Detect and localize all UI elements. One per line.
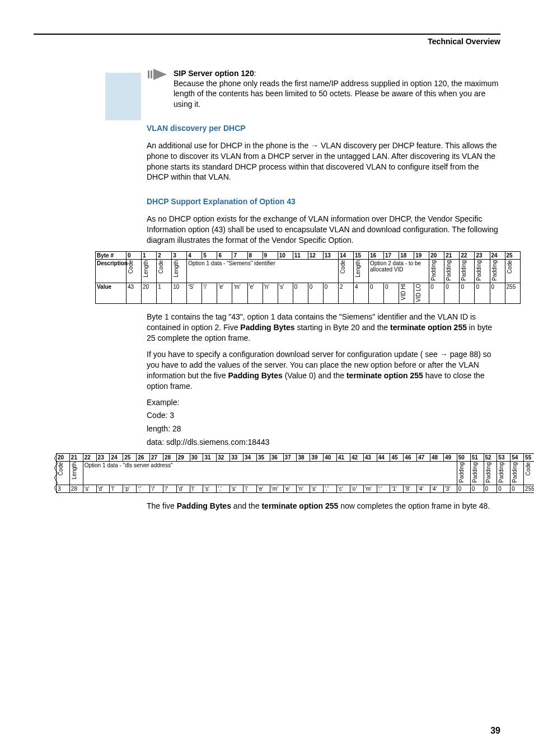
val-cell: 'p'	[123, 485, 137, 492]
col-h: 21	[444, 251, 460, 259]
desc-cell: Padding	[458, 462, 465, 483]
note-title: SIP Server option 120	[174, 69, 254, 78]
col-h: 53	[497, 454, 510, 462]
val-cell: 0	[490, 283, 505, 304]
col-h: 28	[163, 454, 176, 462]
val-cell: 0	[429, 283, 444, 304]
val-cell: 'o'	[350, 485, 363, 492]
col-h: 4	[187, 251, 202, 259]
bold-text: terminate option 255	[261, 501, 338, 510]
val-cell: 0	[369, 283, 384, 304]
example-length: length: 28	[147, 424, 500, 435]
col-h: 18	[399, 251, 414, 259]
desc-cell: Code	[340, 260, 346, 274]
col-h: 41	[337, 454, 350, 462]
val-cell: 'S'	[187, 283, 202, 304]
val-cell: '1'	[390, 485, 404, 492]
col-h: 22	[83, 454, 96, 462]
val-cell: 10	[172, 283, 187, 304]
col-h: 33	[230, 454, 243, 462]
val-cell: '3'	[443, 485, 457, 492]
val-cell: '8'	[404, 485, 417, 492]
col-h: 8	[247, 251, 263, 259]
col-h: 34	[243, 454, 257, 462]
desc-cell: Length	[173, 260, 179, 278]
val-cell: 0	[460, 283, 475, 304]
desc-cell: Padding	[472, 462, 478, 483]
byte-table-1: Byte # 0 1 2 3 4 5 6 7 8 9 10 11 12 13 1…	[95, 251, 521, 304]
col-h: 7	[232, 251, 247, 259]
para-mid1: Byte 1 contains the tag "43", option 1 d…	[147, 312, 500, 344]
bold-text: Padding Bytes	[177, 501, 231, 510]
val-cell: 0	[470, 485, 484, 492]
col-h: 50	[457, 454, 470, 462]
col-h: 25	[505, 251, 520, 259]
table-header-row: Byte # 0 1 2 3 4 5 6 7 8 9 10 11 12 13 1…	[96, 251, 521, 259]
col-h: 35	[256, 454, 270, 462]
col-h: 17	[384, 251, 399, 259]
page-number: 39	[490, 726, 500, 736]
val-cell: 's'	[203, 485, 217, 492]
val-cell: '/'	[150, 485, 163, 492]
val-cell: 'e'	[283, 485, 297, 492]
val-cell: '4'	[430, 485, 444, 492]
col-h: 5	[202, 251, 217, 259]
note-colon: :	[254, 69, 256, 78]
val-cell: 's'	[83, 485, 96, 492]
example-code: Code: 3	[147, 410, 500, 421]
bold-text: Padding Bytes	[240, 323, 294, 332]
col-h: 51	[470, 454, 484, 462]
bold-text: terminate option 255	[390, 323, 467, 332]
col-h: 3	[172, 251, 187, 259]
desc-cell: Padding	[446, 260, 452, 281]
val-cell: 0	[384, 283, 399, 304]
para-mid2: If you have to specify a configuration d…	[147, 349, 500, 392]
col-h: 49	[443, 454, 457, 462]
val-cell: '4'	[417, 485, 430, 492]
example-data: data: sdlp://dls.siemens.com:18443	[147, 437, 500, 448]
desc-cell: Code	[507, 260, 513, 274]
para-dhcp43: As no DHCP option exists for the exchang…	[147, 214, 500, 246]
note-highlight-bar	[105, 73, 141, 120]
col-h: 21	[69, 454, 83, 462]
desc-cell: Padding	[485, 462, 491, 483]
col-h: 25	[123, 454, 137, 462]
val-cell: 28	[69, 485, 83, 492]
desc-cell: Padding	[476, 260, 482, 281]
col-h: 0	[127, 251, 142, 259]
value-label: Value	[96, 283, 127, 304]
col-h: 23	[96, 454, 110, 462]
text: (Value 0) and the	[283, 371, 346, 380]
val-cell: 'd'	[96, 485, 110, 492]
val-cell: 'e'	[247, 283, 263, 304]
val-cell: 's'	[310, 485, 324, 492]
val-cell: 2	[338, 283, 353, 304]
note-arrow-icon	[147, 68, 170, 109]
val-cell: VID HI	[399, 283, 414, 304]
col-h: 44	[377, 454, 390, 462]
col-h: 39	[310, 454, 324, 462]
note-body: Because the phone only reads the first n…	[174, 79, 498, 108]
col-h: 2	[157, 251, 172, 259]
val-cell: 0	[293, 283, 308, 304]
val-cell: VID LO	[414, 283, 429, 304]
val-cell: 'e'	[256, 485, 270, 492]
desc-cell: Padding	[512, 462, 518, 483]
val-cell: ':'	[137, 485, 150, 492]
svg-rect-1	[151, 71, 152, 78]
val-cell: '.'	[324, 485, 337, 492]
desc-cell: Padding	[461, 260, 467, 281]
col-h: 42	[350, 454, 363, 462]
col-h: 24	[110, 454, 123, 462]
svg-marker-2	[153, 69, 167, 80]
val-cell: '/'	[163, 485, 176, 492]
desc-cell: Padding	[430, 260, 437, 281]
col-h: 10	[278, 251, 293, 259]
col-h: 19	[414, 251, 429, 259]
col-h: 13	[323, 251, 338, 259]
heading-dhcp43: DHCP Support Explanation of Option 43	[147, 197, 500, 206]
col-h: 40	[324, 454, 337, 462]
byte-table-2: 2021222324252627282930313233343536373839…	[56, 453, 534, 493]
table-desc-row: Description Code Length Code Length Opti…	[96, 259, 521, 283]
col-h: 36	[270, 454, 283, 462]
